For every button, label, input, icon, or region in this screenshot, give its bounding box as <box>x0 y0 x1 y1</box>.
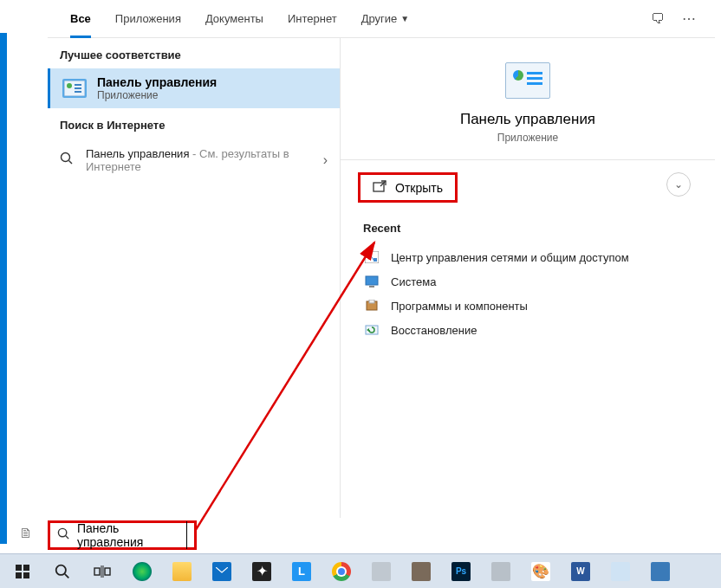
preview-title: Панель управления <box>341 111 715 128</box>
open-button[interactable]: Открыть <box>358 172 458 203</box>
tab-docs[interactable]: Документы <box>193 0 276 38</box>
tab-all[interactable]: Все <box>58 0 103 38</box>
search-input-box[interactable]: Панель управления <box>48 520 197 550</box>
tab-apps-label: Приложения <box>115 12 181 25</box>
svg-rect-25 <box>23 572 29 578</box>
svg-line-27 <box>65 573 69 578</box>
best-match-item[interactable]: Панель управления Приложение <box>48 68 340 108</box>
tab-all-label: Все <box>70 12 91 25</box>
svg-rect-24 <box>16 572 22 578</box>
svg-rect-2 <box>75 84 81 86</box>
recent-section: Recent Центр управления сетями и общим д… <box>341 206 715 358</box>
taskbar-app-generic1[interactable] <box>362 556 400 587</box>
results-columns: Лучшее соответствие Панель управления Пр… <box>48 38 715 518</box>
control-panel-icon <box>62 79 87 98</box>
web-search-header: Поиск в Интернете <box>48 108 340 139</box>
taskbar-app-mail[interactable] <box>203 556 241 587</box>
taskbar-app-generic3[interactable] <box>482 556 520 587</box>
web-result-item[interactable]: Панель управления - См. результаты в Инт… <box>48 139 340 182</box>
svg-rect-14 <box>369 286 374 288</box>
search-input-value: Панель управления <box>77 521 187 549</box>
document-icon: 🗎 <box>19 526 33 541</box>
taskbar-app-word[interactable]: W <box>562 556 600 587</box>
taskbar-app-chrome[interactable] <box>322 556 360 587</box>
recent-header: Recent <box>363 222 692 235</box>
recent-item-label: Программы и компоненты <box>391 300 528 313</box>
best-match-title: Панель управления <box>97 75 217 89</box>
svg-rect-16 <box>369 300 374 303</box>
tab-more[interactable]: Другие▼ <box>349 0 422 38</box>
svg-rect-22 <box>16 565 22 571</box>
svg-line-21 <box>66 535 68 538</box>
tab-web[interactable]: Интернет <box>276 0 349 38</box>
tab-web-label: Интернет <box>288 12 337 25</box>
search-icon <box>60 152 79 169</box>
svg-point-1 <box>67 83 72 88</box>
taskbar: ✦ L Ps 🎨 W <box>0 553 721 588</box>
recent-item-recovery[interactable]: Восстановление <box>363 318 692 342</box>
task-view-button[interactable] <box>83 556 121 587</box>
tab-apps[interactable]: Приложения <box>103 0 193 38</box>
chevron-right-icon: › <box>323 152 328 168</box>
web-result-text: Панель управления - См. результаты в Инт… <box>86 147 323 173</box>
taskbar-app-explorer[interactable] <box>163 556 201 587</box>
recent-item-label: Центр управления сетями и общим доступом <box>391 251 629 264</box>
tab-more-label: Другие <box>361 12 398 25</box>
svg-rect-28 <box>94 568 100 575</box>
taskbar-app-browser[interactable] <box>123 556 161 587</box>
svg-line-8 <box>380 181 386 186</box>
start-button[interactable] <box>3 556 42 587</box>
recent-item-programs[interactable]: Программы и компоненты <box>363 294 692 318</box>
svg-rect-4 <box>75 91 81 93</box>
svg-rect-13 <box>366 276 378 285</box>
svg-rect-3 <box>75 87 81 89</box>
preview-header: Панель управления Приложение <box>341 38 715 160</box>
chevron-down-icon: ▼ <box>400 14 409 23</box>
recent-item-system[interactable]: Система <box>363 269 692 294</box>
taskbar-app-keyboard[interactable] <box>641 556 679 587</box>
taskbar-app-paint[interactable]: 🎨 <box>522 556 560 587</box>
taskbar-app-cursor[interactable]: ✦ <box>243 556 281 587</box>
accent-strip <box>0 33 7 544</box>
best-match-text: Панель управления Приложение <box>97 75 217 101</box>
results-right-column: Панель управления Приложение Открыть ⌄ R… <box>341 38 715 518</box>
system-icon <box>363 275 380 288</box>
taskbar-search-button[interactable] <box>43 556 81 587</box>
taskbar-app-notepad[interactable] <box>601 556 640 587</box>
svg-rect-23 <box>23 565 29 571</box>
expand-chevron-button[interactable]: ⌄ <box>666 172 691 197</box>
network-icon <box>363 250 380 264</box>
svg-rect-11 <box>373 258 377 262</box>
more-options-icon[interactable]: ⋯ <box>673 3 705 35</box>
control-panel-large-icon <box>505 62 550 99</box>
tab-docs-label: Документы <box>205 12 263 25</box>
svg-rect-10 <box>367 253 370 256</box>
recovery-icon <box>363 323 380 337</box>
best-match-header: Лучшее соответствие <box>48 38 340 68</box>
svg-rect-29 <box>105 568 110 575</box>
recent-item-label: Восстановление <box>391 324 477 337</box>
results-left-column: Лучшее соответствие Панель управления Пр… <box>48 38 341 518</box>
tabs-bar: Все Приложения Документы Интернет Другие… <box>48 0 715 38</box>
preview-subtitle: Приложение <box>341 132 715 144</box>
svg-line-6 <box>69 161 73 165</box>
open-icon <box>373 180 386 195</box>
svg-point-5 <box>62 153 70 162</box>
best-match-subtitle: Приложение <box>97 89 217 101</box>
search-icon <box>57 527 70 544</box>
search-panel: Все Приложения Документы Интернет Другие… <box>48 0 715 518</box>
feedback-icon[interactable]: 🗨 <box>642 3 673 35</box>
svg-point-26 <box>56 565 66 574</box>
recent-item-network[interactable]: Центр управления сетями и общим доступом <box>363 245 692 269</box>
taskbar-app-l[interactable]: L <box>283 556 321 587</box>
svg-point-20 <box>58 528 66 536</box>
open-button-label: Открыть <box>395 181 443 195</box>
recent-item-label: Система <box>391 275 436 288</box>
taskbar-app-photoshop[interactable]: Ps <box>442 556 480 587</box>
open-row: Открыть ⌄ <box>341 160 715 206</box>
taskbar-app-generic2[interactable] <box>402 556 440 587</box>
web-result-query: Панель управления <box>86 147 189 160</box>
programs-icon <box>363 299 380 313</box>
